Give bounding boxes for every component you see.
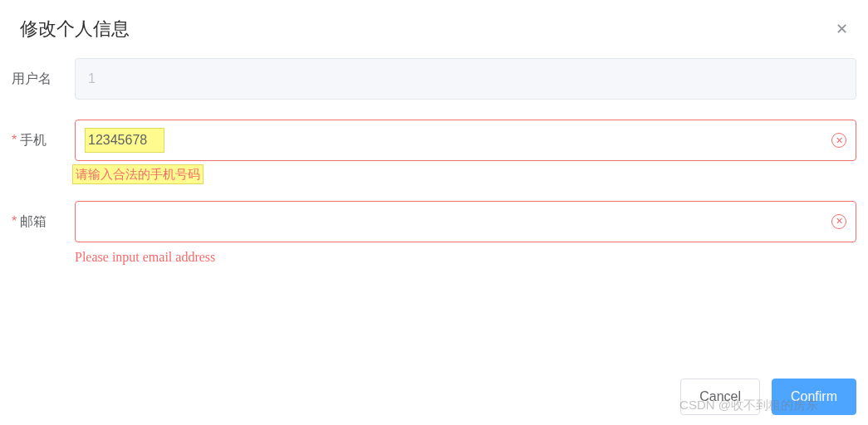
close-icon[interactable]: ✕ xyxy=(836,20,848,38)
confirm-button[interactable]: Confirm xyxy=(772,379,856,415)
phone-label: 手机 xyxy=(12,120,75,184)
email-input[interactable] xyxy=(75,201,856,242)
error-circle-icon: ✕ xyxy=(831,214,846,229)
phone-error-message: 请输入合法的手机号码 xyxy=(75,161,856,184)
form-item-username: 用户名 xyxy=(12,58,856,100)
cancel-button[interactable]: Cancel xyxy=(680,379,760,415)
edit-profile-dialog: 修改个人信息 ✕ 用户名 手机 12345678 ✕ xyxy=(0,0,868,266)
username-label: 用户名 xyxy=(12,58,75,100)
username-content xyxy=(75,58,856,100)
error-circle-icon: ✕ xyxy=(831,133,846,148)
form-item-email: 邮箱 ✕ Please input email address xyxy=(12,201,856,266)
form: 用户名 手机 12345678 ✕ 请输入合法的手机号码 xyxy=(0,58,868,266)
phone-input[interactable] xyxy=(75,120,856,161)
dialog-footer: Cancel Confirm xyxy=(680,379,856,415)
email-input-wrapper: ✕ xyxy=(75,201,856,242)
email-error-message: Please input email address xyxy=(75,242,856,266)
username-input-wrapper xyxy=(75,58,856,100)
dialog-header: 修改个人信息 ✕ xyxy=(0,17,868,58)
username-input xyxy=(75,58,856,100)
dialog-title: 修改个人信息 xyxy=(20,17,130,42)
form-item-phone: 手机 12345678 ✕ 请输入合法的手机号码 xyxy=(12,120,856,184)
phone-error-text: 请输入合法的手机号码 xyxy=(72,164,204,184)
email-content: ✕ Please input email address xyxy=(75,201,856,266)
email-label: 邮箱 xyxy=(12,201,75,266)
phone-content: 12345678 ✕ 请输入合法的手机号码 xyxy=(75,120,856,184)
phone-input-wrapper: 12345678 ✕ xyxy=(75,120,856,161)
